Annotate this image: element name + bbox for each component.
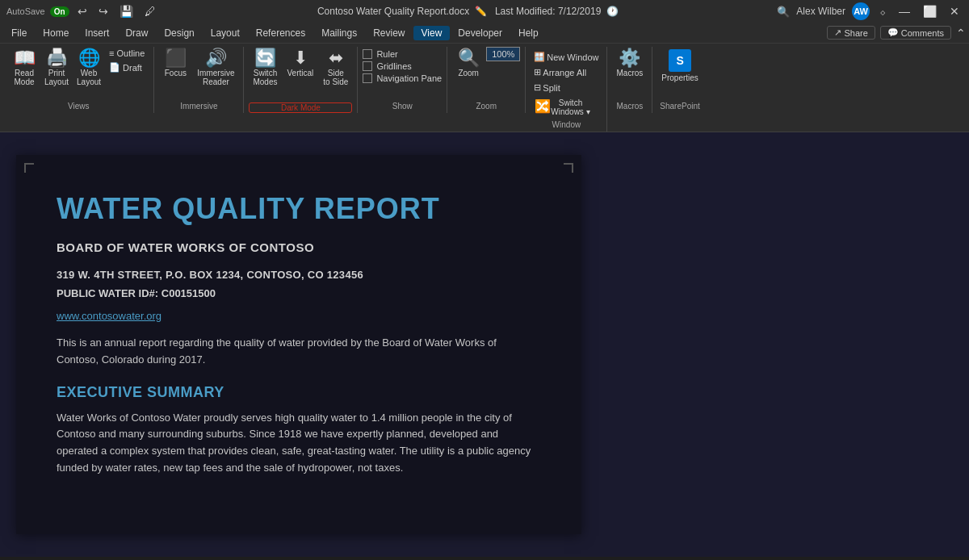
document-website-link[interactable]: www.contosowater.org bbox=[57, 308, 541, 324]
menu-file[interactable]: File bbox=[3, 26, 35, 40]
switch-modes-button[interactable]: 🔄 SwitchModes bbox=[249, 47, 281, 89]
new-window-label: New Window bbox=[547, 52, 598, 62]
macros-label: Macros bbox=[616, 69, 643, 77]
immersive-group-content: ⬛ Focus 🔊 ImmersiveReader bbox=[159, 47, 238, 100]
macros-button[interactable]: ⚙️ Macros bbox=[612, 47, 647, 80]
sharepoint-group: S Properties SharePoint bbox=[652, 47, 707, 113]
menu-mailings[interactable]: Mailings bbox=[313, 26, 365, 40]
draft-label: Draft bbox=[123, 63, 142, 73]
draft-button[interactable]: 📄 Draft bbox=[105, 61, 149, 74]
focus-button[interactable]: ⬛ Focus bbox=[159, 47, 191, 80]
immersive-label: Immersive bbox=[159, 100, 238, 113]
show-checkboxes: Ruler Gridlines Navigation Pane bbox=[363, 47, 442, 83]
gridlines-checkbox[interactable] bbox=[363, 61, 372, 71]
gridlines-label: Gridlines bbox=[376, 61, 411, 71]
close-button[interactable]: ✕ bbox=[946, 5, 963, 18]
outline-label: Outline bbox=[116, 48, 145, 58]
menu-view[interactable]: View bbox=[413, 26, 451, 40]
ribbon: 📖 ReadMode 🖨️ PrintLayout 🌐 WebLayout ≡ bbox=[0, 44, 969, 132]
views-col-print: 🖨️ PrintLayout bbox=[40, 47, 73, 89]
switch-windows-icon: 🔀 bbox=[535, 100, 551, 113]
immersive-reader-button[interactable]: 🔊 ImmersiveReader bbox=[193, 47, 238, 89]
navigation-pane-checkbox[interactable] bbox=[363, 73, 372, 83]
save-button[interactable]: 💾 bbox=[116, 5, 136, 18]
menu-references[interactable]: References bbox=[248, 26, 313, 40]
print-layout-label: PrintLayout bbox=[44, 69, 69, 86]
web-layout-label: WebLayout bbox=[77, 69, 101, 86]
new-window-button[interactable]: 🪟 New Window bbox=[531, 50, 602, 64]
switch-windows-label: SwitchWindows ▾ bbox=[551, 98, 589, 116]
read-mode-label: ReadMode bbox=[14, 69, 34, 86]
menu-home[interactable]: Home bbox=[35, 26, 77, 40]
show-group-content: Ruler Gridlines Navigation Pane bbox=[363, 47, 442, 100]
side-to-side-button[interactable]: ⬌ Sideto Side bbox=[319, 47, 352, 89]
corner-mark-tr bbox=[564, 163, 573, 173]
filename-label: Contoso Water Quality Report.docx bbox=[317, 6, 469, 17]
views-col-web: 🌐 WebLayout bbox=[73, 47, 105, 89]
title-bar-left: AutoSave On ↩ ↪ 💾 🖊 bbox=[6, 5, 159, 18]
share-icon: ↗ bbox=[834, 27, 841, 38]
sharepoint-label: SharePoint bbox=[657, 100, 703, 113]
gridlines-checkbox-row[interactable]: Gridlines bbox=[363, 61, 442, 71]
comments-label: Comments bbox=[901, 28, 944, 38]
macros-group: ⚙️ Macros Macros bbox=[607, 47, 652, 113]
read-mode-icon: 📖 bbox=[14, 49, 36, 67]
ruler-checkbox[interactable] bbox=[363, 49, 372, 59]
vertical-button[interactable]: ⬇ Vertical bbox=[283, 47, 317, 80]
side-to-side-icon: ⬌ bbox=[329, 49, 343, 67]
autosave-toggle[interactable]: On bbox=[50, 6, 69, 17]
document-title: WATER QUALITY REPORT bbox=[57, 187, 541, 231]
sharepoint-group-content: S Properties bbox=[657, 47, 703, 100]
switch-modes-icon: 🔄 bbox=[254, 49, 276, 67]
ribbon-icon-button[interactable]: ⬦ bbox=[876, 5, 889, 18]
show-label: Show bbox=[363, 100, 442, 113]
web-layout-button[interactable]: 🌐 WebLayout bbox=[73, 47, 105, 89]
redo-button[interactable]: ↪ bbox=[95, 5, 111, 18]
print-layout-button[interactable]: 🖨️ PrintLayout bbox=[40, 47, 73, 89]
customize-toolbar-button[interactable]: 🖊 bbox=[141, 5, 159, 18]
window-label: Window bbox=[531, 119, 602, 132]
menu-developer[interactable]: Developer bbox=[450, 26, 510, 40]
ruler-checkbox-row[interactable]: Ruler bbox=[363, 49, 442, 59]
immersive-group: ⬛ Focus 🔊 ImmersiveReader Immersive bbox=[154, 47, 244, 113]
user-avatar: AW bbox=[852, 2, 870, 20]
share-button[interactable]: ↗ Share bbox=[827, 26, 875, 40]
menu-insert[interactable]: Insert bbox=[77, 26, 117, 40]
window-group-content: 🪟 New Window ⊞ Arrange All ⊟ Split 🔀 Swi… bbox=[531, 47, 602, 119]
outline-button[interactable]: ≡ Outline bbox=[105, 47, 149, 60]
menu-layout[interactable]: Layout bbox=[203, 26, 248, 40]
document-page[interactable]: WATER QUALITY REPORT BOARD OF WATER WORK… bbox=[16, 155, 581, 534]
zoom-button[interactable]: 🔍 Zoom bbox=[452, 47, 484, 80]
immersive-reader-icon: 🔊 bbox=[205, 49, 227, 67]
switch-modes-label: SwitchModes bbox=[253, 69, 277, 86]
zoom-icon: 🔍 bbox=[458, 49, 480, 67]
arrange-all-button[interactable]: ⊞ Arrange All bbox=[531, 65, 589, 79]
comments-button[interactable]: 💬 Comments bbox=[880, 26, 951, 40]
properties-button[interactable]: S Properties bbox=[657, 47, 703, 85]
search-button[interactable]: 🔍 bbox=[777, 6, 790, 18]
zoom-percentage[interactable]: 100% bbox=[486, 47, 520, 61]
focus-label: Focus bbox=[165, 69, 187, 77]
ribbon-collapse-button[interactable]: ⌃ bbox=[956, 26, 966, 40]
document-intro: This is an annual report regarding the q… bbox=[57, 335, 541, 369]
menu-review[interactable]: Review bbox=[365, 26, 413, 40]
macros-group-content: ⚙️ Macros bbox=[612, 47, 647, 100]
navigation-pane-checkbox-row[interactable]: Navigation Pane bbox=[363, 73, 442, 83]
menu-draw[interactable]: Draw bbox=[117, 26, 156, 40]
menu-design[interactable]: Design bbox=[156, 26, 202, 40]
properties-label: Properties bbox=[661, 73, 698, 82]
outline-draft-group: ≡ Outline 📄 Draft bbox=[105, 47, 149, 74]
draft-icon: 📄 bbox=[109, 62, 120, 73]
read-mode-button[interactable]: 📖 ReadMode bbox=[8, 47, 40, 89]
menu-help[interactable]: Help bbox=[510, 26, 547, 40]
show-group: Ruler Gridlines Navigation Pane Show bbox=[358, 47, 447, 113]
undo-button[interactable]: ↩ bbox=[74, 5, 90, 18]
side-to-side-label: Sideto Side bbox=[323, 69, 348, 86]
arrange-all-icon: ⊞ bbox=[534, 67, 541, 77]
last-modified-label: Last Modified: 7/12/2019 bbox=[495, 6, 601, 17]
split-button[interactable]: ⊟ Split bbox=[531, 81, 563, 94]
minimize-button[interactable]: — bbox=[896, 5, 913, 18]
restore-button[interactable]: ⬜ bbox=[920, 5, 940, 18]
comments-icon: 💬 bbox=[887, 27, 899, 38]
switch-windows-button[interactable]: 🔀 SwitchWindows ▾ bbox=[531, 96, 594, 119]
